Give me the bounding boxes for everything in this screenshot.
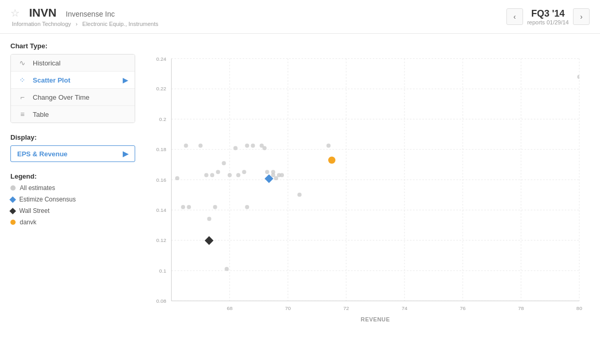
table-icon: ≡ bbox=[17, 110, 28, 118]
display-value: EPS & Revenue bbox=[17, 150, 68, 158]
svg-point-52 bbox=[213, 205, 217, 209]
ticker: INVN bbox=[29, 6, 57, 20]
quarter-label: FQ3 '14 bbox=[527, 8, 569, 19]
chart-type-table[interactable]: ≡ Table bbox=[11, 106, 135, 123]
svg-text:0.1: 0.1 bbox=[159, 268, 166, 274]
historical-label: Historical bbox=[33, 59, 60, 67]
chart-type-scatter[interactable]: ⁘ Scatter Plot ▶ bbox=[11, 72, 135, 89]
svg-point-57 bbox=[216, 170, 220, 174]
wall-street-diamond bbox=[9, 208, 16, 214]
svg-text:0.08: 0.08 bbox=[156, 298, 166, 304]
svg-point-55 bbox=[204, 173, 208, 177]
legend-wall-street: Wall Street bbox=[10, 207, 135, 214]
svg-point-38 bbox=[222, 161, 226, 165]
display-section: Display: EPS & Revenue ▶ bbox=[10, 133, 135, 162]
chart-type-list: ∿ Historical ⁘ Scatter Plot ▶ ⌐ Change O… bbox=[10, 54, 135, 123]
svg-text:70: 70 bbox=[285, 305, 291, 311]
danvk-label: danvk bbox=[20, 219, 36, 226]
prev-quarter-button[interactable]: ‹ bbox=[506, 8, 523, 25]
wall-street-point bbox=[205, 236, 214, 245]
all-estimates-label: All estimates bbox=[20, 184, 55, 192]
chart-type-historical[interactable]: ∿ Historical bbox=[11, 55, 135, 72]
legend-estimize: Estimize Consensus bbox=[10, 196, 135, 203]
legend-danvk: danvk bbox=[10, 219, 135, 226]
table-label: Table bbox=[33, 111, 49, 118]
svg-text:72: 72 bbox=[343, 305, 349, 311]
scatter-icon: ⁘ bbox=[17, 76, 28, 84]
svg-point-60 bbox=[242, 170, 246, 174]
svg-text:0.22: 0.22 bbox=[156, 86, 166, 91]
svg-point-62 bbox=[327, 143, 331, 147]
svg-point-49 bbox=[271, 170, 275, 174]
svg-point-44 bbox=[274, 176, 278, 180]
chart-type-label: Chart Type: bbox=[10, 42, 135, 50]
svg-point-64 bbox=[207, 217, 211, 221]
svg-point-39 bbox=[233, 146, 238, 150]
svg-text:0.2: 0.2 bbox=[159, 116, 166, 122]
danvk-dot bbox=[10, 220, 16, 225]
svg-point-51 bbox=[187, 205, 191, 209]
breadcrumb-industry[interactable]: Electronic Equip., Instruments bbox=[82, 21, 158, 27]
wall-street-label: Wall Street bbox=[19, 207, 49, 214]
svg-text:80: 80 bbox=[577, 305, 583, 311]
svg-point-48 bbox=[265, 170, 269, 174]
display-label: Display: bbox=[10, 133, 135, 141]
chart-type-change[interactable]: ⌐ Change Over Time bbox=[11, 89, 135, 106]
display-button[interactable]: EPS & Revenue ▶ bbox=[10, 145, 135, 162]
svg-point-40 bbox=[245, 143, 249, 147]
header: ☆ INVN Invensense Inc Information Techno… bbox=[0, 0, 600, 34]
chart-area: 0.24 0.22 0.2 0.18 0.16 0.14 0.12 0.1 bbox=[146, 42, 590, 334]
svg-text:0.24: 0.24 bbox=[156, 56, 166, 62]
legend-all-estimates: All estimates bbox=[10, 184, 135, 192]
scatter-arrow: ▶ bbox=[123, 76, 128, 84]
company-name: Invensense Inc bbox=[66, 10, 115, 18]
svg-point-56 bbox=[210, 173, 214, 177]
svg-text:74: 74 bbox=[401, 305, 408, 311]
svg-point-66 bbox=[577, 75, 581, 79]
svg-point-53 bbox=[245, 205, 249, 209]
svg-point-58 bbox=[228, 173, 232, 177]
svg-text:REVENUE: REVENUE bbox=[361, 316, 390, 322]
star-icon[interactable]: ☆ bbox=[10, 7, 20, 19]
svg-point-54 bbox=[175, 176, 179, 180]
svg-text:0.14: 0.14 bbox=[156, 207, 166, 213]
header-left: ☆ INVN Invensense Inc Information Techno… bbox=[10, 6, 506, 27]
main-content: Chart Type: ∿ Historical ⁘ Scatter Plot … bbox=[0, 34, 600, 343]
svg-point-50 bbox=[181, 205, 185, 209]
scatter-label: Scatter Plot bbox=[33, 76, 70, 84]
change-icon: ⌐ bbox=[17, 93, 28, 101]
historical-icon: ∿ bbox=[17, 59, 28, 67]
danvk-point bbox=[328, 156, 335, 164]
breadcrumb: Information Technology › Electronic Equi… bbox=[10, 21, 506, 27]
header-right: ‹ FQ3 '14 reports 01/29/14 › bbox=[506, 8, 590, 25]
svg-text:0.12: 0.12 bbox=[156, 237, 166, 243]
svg-text:76: 76 bbox=[460, 305, 466, 311]
breadcrumb-sep: › bbox=[76, 21, 78, 27]
legend-section: Legend: All estimates Estimize Consensus… bbox=[10, 172, 135, 226]
sidebar: Chart Type: ∿ Historical ⁘ Scatter Plot … bbox=[10, 42, 135, 334]
breadcrumb-sector[interactable]: Information Technology bbox=[12, 21, 71, 27]
scatter-plot-svg: 0.24 0.22 0.2 0.18 0.16 0.14 0.12 0.1 bbox=[146, 42, 590, 333]
svg-text:0.18: 0.18 bbox=[156, 146, 166, 152]
display-arrow: ▶ bbox=[123, 150, 128, 158]
svg-rect-0 bbox=[172, 59, 579, 301]
svg-point-61 bbox=[259, 143, 264, 147]
change-label: Change Over Time bbox=[33, 93, 89, 101]
svg-text:0.16: 0.16 bbox=[156, 177, 166, 183]
svg-point-36 bbox=[184, 143, 188, 147]
legend-label: Legend: bbox=[10, 172, 135, 180]
estimize-label: Estimize Consensus bbox=[19, 196, 76, 203]
quarter-reports: reports 01/29/14 bbox=[527, 19, 569, 25]
svg-point-37 bbox=[199, 143, 203, 147]
svg-point-59 bbox=[236, 173, 240, 177]
svg-point-47 bbox=[297, 193, 302, 197]
quarter-info: FQ3 '14 reports 01/29/14 bbox=[527, 8, 569, 25]
svg-text:78: 78 bbox=[518, 305, 525, 311]
all-estimates-dot bbox=[10, 185, 16, 191]
svg-text:68: 68 bbox=[227, 305, 233, 311]
svg-point-46 bbox=[280, 173, 284, 177]
all-estimates-dots bbox=[175, 42, 581, 271]
next-quarter-button[interactable]: › bbox=[573, 8, 590, 25]
svg-point-41 bbox=[251, 143, 255, 147]
estimize-diamond bbox=[9, 196, 16, 203]
